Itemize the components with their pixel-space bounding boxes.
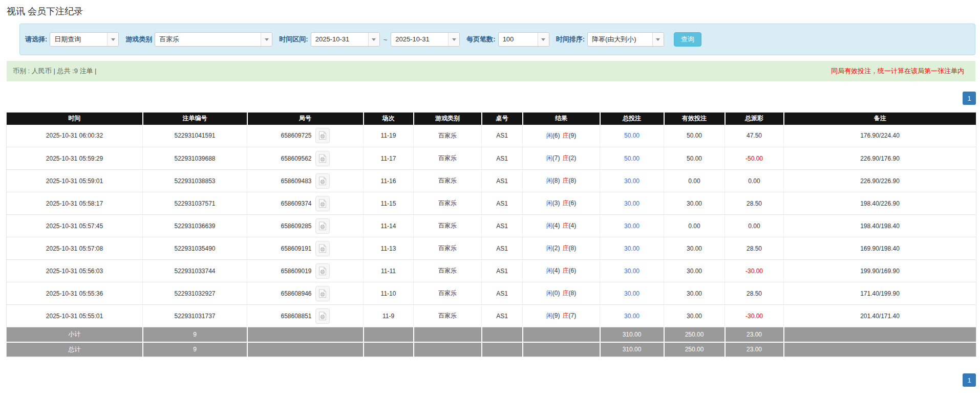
player-score: (6): [552, 132, 560, 139]
total-bet-link[interactable]: 30.00: [624, 200, 640, 207]
game-type-group: 游戏类别 百家乐: [125, 32, 272, 47]
player-result: 闲: [546, 222, 552, 229]
player-score: (7): [552, 154, 560, 162]
col-result: 结果: [523, 113, 600, 125]
total-bet-link[interactable]: 30.00: [624, 223, 640, 230]
cell-round: 658609725: [247, 125, 364, 147]
total-bet-link[interactable]: 30.00: [624, 313, 640, 320]
player-score: (4): [552, 267, 560, 274]
total-bet-link[interactable]: 50.00: [624, 155, 640, 162]
cell-game-type: 百家乐: [414, 147, 482, 170]
total-bet-link[interactable]: 30.00: [624, 177, 640, 185]
total-bet-link[interactable]: 30.00: [624, 290, 640, 297]
video-record-icon[interactable]: [315, 241, 330, 256]
page-size-label: 每页笔数:: [466, 35, 495, 44]
cell-valid-bet: 30.00: [664, 237, 725, 260]
cell-payout: -30.00: [725, 305, 784, 327]
cell-total-bet: 30.00: [600, 282, 664, 305]
game-type-combo[interactable]: 百家乐: [155, 32, 272, 47]
cell-remark: 226.90/226.90: [784, 170, 976, 192]
video-record-icon[interactable]: [315, 128, 330, 143]
sort-order-combo[interactable]: 降幂(由大到小): [587, 32, 664, 47]
cell-table-no: AS1: [482, 125, 523, 147]
cell-round: 658609191: [247, 237, 364, 260]
video-record-icon[interactable]: [315, 173, 330, 189]
date-from-value[interactable]: 2025-10-31: [311, 33, 368, 46]
cell-valid-bet: 50.00: [664, 125, 725, 147]
cell-result: 闲(4)庄(4): [523, 215, 600, 237]
chevron-down-icon[interactable]: [538, 33, 549, 46]
page-size-combo[interactable]: 100: [498, 32, 549, 47]
banker-score: (2): [569, 154, 577, 162]
col-time: 时间: [7, 113, 143, 125]
cell-table-no: AS1: [482, 282, 523, 305]
date-to-combo[interactable]: 2025-10-31: [391, 32, 460, 47]
cell-result: 闲(3)庄(6): [523, 192, 600, 215]
cell-valid-bet: 0.00: [664, 170, 725, 192]
video-record-icon[interactable]: [315, 286, 330, 301]
game-type-value[interactable]: 百家乐: [155, 33, 261, 46]
cell-game-type: 百家乐: [414, 215, 482, 237]
cell-round: 658609285: [247, 215, 364, 237]
pagination-top: 1: [0, 92, 976, 105]
pagination-bottom: 1: [0, 373, 976, 387]
banker-result: 庄: [563, 199, 569, 207]
banker-result: 庄: [563, 290, 569, 297]
total-bet-link[interactable]: 30.00: [624, 245, 640, 252]
page-1-button[interactable]: 1: [963, 92, 976, 105]
valid-bet-note: 同局有效投注，统一计算在该局第一张注单内: [831, 66, 964, 76]
cell-session: 11-19: [364, 125, 414, 147]
banker-score: (8): [569, 290, 577, 297]
date-from-combo[interactable]: 2025-10-31: [311, 32, 380, 47]
cell-time: 2025-10-31 05:56:03: [7, 260, 143, 282]
chevron-down-icon[interactable]: [448, 33, 459, 46]
currency-total-text: 币别 : 人民币 | 总共 :9 注单 |: [13, 66, 97, 76]
col-total-bet: 总投注: [600, 113, 664, 125]
video-record-icon[interactable]: [315, 196, 330, 211]
search-button[interactable]: 查询: [674, 32, 701, 47]
video-record-icon[interactable]: [315, 218, 330, 234]
cell-round: 658609019: [247, 260, 364, 282]
video-record-icon[interactable]: [315, 308, 330, 324]
query-type-value[interactable]: 日期查询: [50, 33, 107, 46]
total-bet-link[interactable]: 50.00: [624, 132, 640, 139]
cell-total-bet: 30.00: [600, 192, 664, 215]
player-score: (2): [552, 245, 560, 252]
cell-total-bet: 30.00: [600, 215, 664, 237]
subtotal-valid-bet: 250.00: [664, 327, 725, 342]
banker-result: 庄: [563, 312, 569, 319]
cell-payout: 0.00: [725, 170, 784, 192]
round-number: 658609285: [281, 223, 311, 230]
cell-round: 658609374: [247, 192, 364, 215]
table-row: 2025-10-31 05:58:17 522931037571 6586093…: [7, 192, 976, 215]
chevron-down-icon[interactable]: [652, 33, 664, 46]
cell-table-no: AS1: [482, 215, 523, 237]
query-type-combo[interactable]: 日期查询: [50, 32, 119, 47]
video-record-icon[interactable]: [315, 151, 330, 166]
round-number: 658609562: [281, 155, 311, 162]
chevron-down-icon[interactable]: [368, 33, 379, 46]
total-label: 总计: [7, 342, 143, 357]
col-session: 场次: [364, 113, 414, 125]
banker-result: 庄: [563, 245, 569, 252]
sort-order-value[interactable]: 降幂(由大到小): [588, 33, 652, 46]
round-number: 658608851: [281, 313, 311, 320]
cell-table-no: AS1: [482, 170, 523, 192]
chevron-down-icon[interactable]: [107, 33, 118, 46]
video-record-icon[interactable]: [315, 263, 330, 279]
total-total-bet: 310.00: [600, 342, 664, 357]
banker-result: 庄: [563, 222, 569, 229]
chevron-down-icon[interactable]: [261, 33, 272, 46]
page-size-value[interactable]: 100: [499, 33, 538, 46]
subtotal-total-bet: 310.00: [600, 327, 664, 342]
date-range-label: 时间区间:: [279, 35, 308, 44]
cell-game-type: 百家乐: [414, 192, 482, 215]
cell-total-bet: 30.00: [600, 170, 664, 192]
date-to-value[interactable]: 2025-10-31: [391, 33, 448, 46]
cell-remark: 226.90/176.90: [784, 147, 976, 170]
banker-score: (8): [569, 245, 577, 252]
total-bet-link[interactable]: 30.00: [624, 268, 640, 275]
cell-table-no: AS1: [482, 305, 523, 327]
page-1-button[interactable]: 1: [963, 373, 976, 387]
query-type-group: 请选择: 日期查询: [25, 32, 119, 47]
